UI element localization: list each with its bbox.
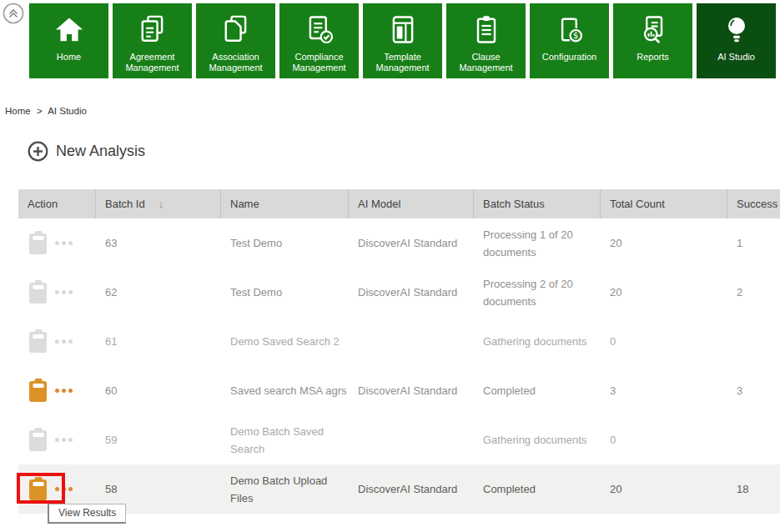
nav-tile-label: Template Management xyxy=(365,52,441,73)
nav-tile-label: Agreement Management xyxy=(114,52,191,73)
chevron-double-up-icon xyxy=(3,3,24,24)
name-cell: Demo Batch Saved Search xyxy=(221,415,349,464)
breadcrumb-home[interactable]: Home xyxy=(5,106,31,116)
nav-tile-clause-management[interactable]: Clause Management xyxy=(446,3,526,78)
ai-model-cell xyxy=(349,415,474,464)
nav-tile-configuration[interactable]: $ Configuration xyxy=(530,3,609,78)
ai-studio-icon xyxy=(720,13,753,47)
ai-model-cell: DiscoverAI Standard xyxy=(349,366,474,415)
nav-tile-label: Clause Management xyxy=(448,52,525,73)
nav-tile-reports[interactable]: Reports xyxy=(613,3,692,78)
total-count-cell: 0 xyxy=(601,415,727,464)
column-header-batch-id[interactable]: Batch Id ↓ xyxy=(96,189,221,218)
name-cell: Test Demo xyxy=(221,268,349,317)
total-count-cell: 20 xyxy=(601,268,727,317)
collapse-ribbon-button[interactable] xyxy=(3,3,24,24)
nav-tile-compliance-management[interactable]: Compliance Management xyxy=(279,3,359,78)
view-results-icon[interactable] xyxy=(29,430,47,451)
table-row-selected: 58 Demo Batch Upload Files DiscoverAI St… xyxy=(18,464,780,514)
view-results-icon[interactable] xyxy=(29,233,47,254)
compliance-icon xyxy=(303,13,336,47)
nav-tile-association-management[interactable]: Association Management xyxy=(196,3,275,78)
svg-text:$: $ xyxy=(573,31,578,40)
more-actions-icon[interactable] xyxy=(55,241,73,245)
view-results-icon[interactable] xyxy=(29,479,47,500)
ai-studio-page: Home Agreement Management Association Ma… xyxy=(0,0,780,532)
more-actions-icon[interactable] xyxy=(55,339,73,344)
nav-tile-home[interactable]: Home xyxy=(29,3,108,78)
table-row: 63 Test Demo DiscoverAI Standard Process… xyxy=(18,218,780,268)
ai-model-cell: DiscoverAI Standard xyxy=(349,464,474,514)
home-icon xyxy=(53,13,86,47)
plus-circle-icon xyxy=(28,141,48,162)
name-cell: Test Demo xyxy=(221,218,349,268)
success-cell xyxy=(727,317,780,366)
main-nav: Home Agreement Management Association Ma… xyxy=(29,3,776,78)
batch-status-cell: Completed xyxy=(474,464,601,514)
breadcrumb-separator: > xyxy=(37,106,43,116)
column-header-name[interactable]: Name xyxy=(221,189,349,218)
total-count-cell: 3 xyxy=(601,366,727,415)
nav-tile-agreement-management[interactable]: Agreement Management xyxy=(113,3,192,78)
success-cell: 3 xyxy=(727,366,780,415)
column-header-batch-status[interactable]: Batch Status xyxy=(474,189,601,218)
ai-model-cell xyxy=(349,317,474,366)
batches-table: Action Batch Id ↓ Name AI Model Batch St… xyxy=(18,189,780,514)
configuration-icon: $ xyxy=(553,13,586,47)
nav-tile-label: AI Studio xyxy=(698,52,775,63)
table-header-row: Action Batch Id ↓ Name AI Model Batch St… xyxy=(18,189,780,218)
more-actions-icon[interactable] xyxy=(55,290,73,294)
breadcrumb-current[interactable]: AI Studio xyxy=(48,106,87,116)
more-actions-icon[interactable] xyxy=(55,389,73,393)
success-cell: 18 xyxy=(727,464,780,514)
success-cell xyxy=(727,415,780,464)
more-actions-icon[interactable] xyxy=(55,438,73,442)
nav-tile-label: Configuration xyxy=(531,52,608,63)
success-cell: 1 xyxy=(727,218,780,268)
batch-status-cell: Processing 1 of 20 documents xyxy=(474,218,601,268)
total-count-cell: 20 xyxy=(601,464,727,514)
nav-tile-ai-studio[interactable]: AI Studio xyxy=(697,3,776,78)
view-results-icon[interactable] xyxy=(29,332,47,353)
table-row: 62 Test Demo DiscoverAI Standard Process… xyxy=(18,268,780,317)
clause-icon xyxy=(470,13,503,47)
batch-id-cell: 62 xyxy=(96,268,221,317)
column-header-ai-model[interactable]: AI Model xyxy=(349,189,474,218)
batch-id-cell: 63 xyxy=(96,218,221,268)
association-icon xyxy=(219,13,253,47)
table-row: 60 Saved search MSA agrs DiscoverAI Stan… xyxy=(18,366,780,415)
sort-desc-icon[interactable]: ↓ xyxy=(159,198,164,210)
nav-tile-label: Compliance Management xyxy=(281,52,358,73)
name-cell: Demo Batch Upload Files xyxy=(221,464,349,514)
new-analysis-button[interactable]: New Analysis xyxy=(28,141,145,162)
success-cell: 2 xyxy=(727,268,780,317)
new-analysis-label: New Analysis xyxy=(56,143,145,160)
view-results-icon[interactable] xyxy=(29,381,47,402)
nav-tile-label: Association Management xyxy=(198,52,274,73)
total-count-cell: 0 xyxy=(601,317,727,366)
batch-status-cell: Gathering documents xyxy=(474,415,601,464)
column-header-action[interactable]: Action xyxy=(18,189,96,218)
batch-status-cell: Gathering documents xyxy=(474,317,601,366)
batch-id-cell: 59 xyxy=(96,415,221,464)
nav-tile-template-management[interactable]: Template Management xyxy=(363,3,442,78)
batch-id-cell: 61 xyxy=(96,317,221,366)
more-actions-icon[interactable] xyxy=(55,487,73,491)
column-header-total-count[interactable]: Total Count xyxy=(601,189,727,218)
breadcrumb: Home > AI Studio xyxy=(5,106,90,116)
column-header-success[interactable]: Success xyxy=(727,189,780,218)
table-row: 61 Demo Saved Search 2 Gathering documen… xyxy=(18,317,780,366)
batch-status-cell: Completed xyxy=(474,366,601,415)
name-cell: Saved search MSA agrs xyxy=(221,366,349,415)
agreement-icon xyxy=(136,13,169,47)
view-results-tooltip: View Results xyxy=(48,504,126,524)
nav-tile-label: Reports xyxy=(615,52,692,63)
total-count-cell: 20 xyxy=(601,218,727,268)
template-icon xyxy=(386,13,420,47)
name-cell: Demo Saved Search 2 xyxy=(221,317,349,366)
view-results-icon[interactable] xyxy=(29,283,47,304)
ai-model-cell: DiscoverAI Standard xyxy=(349,268,474,317)
table-row: 59 Demo Batch Saved Search Gathering doc… xyxy=(18,415,780,464)
ai-model-cell: DiscoverAI Standard xyxy=(349,218,474,268)
reports-icon xyxy=(637,13,670,47)
